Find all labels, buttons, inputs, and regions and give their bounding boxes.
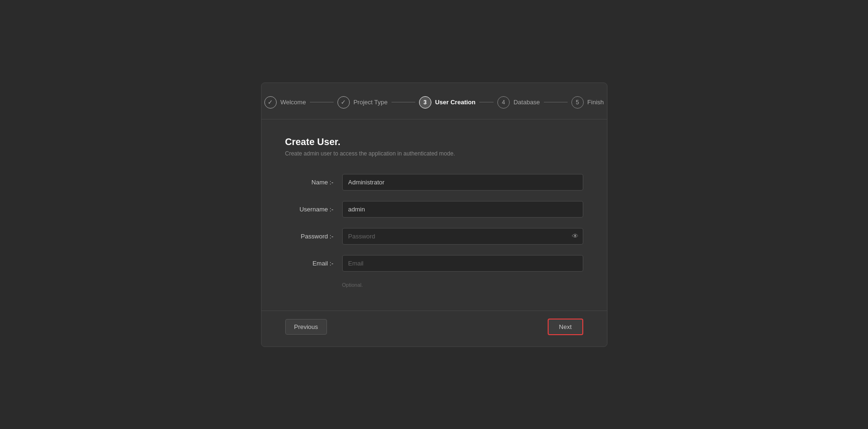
step-label-project-type: Project Type	[354, 99, 388, 106]
step-label-finish: Finish	[588, 99, 604, 106]
password-input[interactable]	[342, 228, 583, 245]
optional-text: Optional.	[342, 282, 583, 288]
password-label: Password :-	[285, 233, 342, 240]
step-label-database: Database	[513, 99, 540, 106]
username-input[interactable]	[342, 201, 583, 218]
step-finish: 5 Finish	[571, 96, 604, 109]
step-welcome: ✓ Welcome	[264, 96, 306, 109]
step-circle-project-type: ✓	[337, 96, 350, 109]
checkmark-icon-2: ✓	[341, 99, 346, 106]
password-toggle-icon[interactable]: 👁	[572, 232, 579, 240]
step-circle-user-creation: 3	[419, 96, 431, 109]
password-row: Password :- 👁	[285, 228, 583, 245]
step-label-user-creation: User Creation	[435, 99, 476, 106]
step-label-welcome: Welcome	[280, 99, 306, 106]
wizard-content: Create User. Create admin user to access…	[261, 119, 607, 301]
step-number-user-creation: 3	[423, 99, 427, 106]
step-line-1	[310, 102, 334, 102]
username-input-wrap	[342, 201, 583, 218]
step-line-4	[544, 102, 568, 102]
email-input-wrap	[342, 255, 583, 272]
section-subtitle: Create admin user to access the applicat…	[285, 150, 583, 157]
step-circle-welcome: ✓	[264, 96, 277, 109]
name-row: Name :-	[285, 174, 583, 191]
username-row: Username :-	[285, 201, 583, 218]
step-line-3	[479, 102, 494, 102]
stepper: ✓ Welcome ✓ Project Type 3 User Creation…	[261, 83, 607, 119]
section-title: Create User.	[285, 137, 583, 147]
name-label: Name :-	[285, 179, 342, 186]
step-number-finish: 5	[576, 99, 579, 106]
step-line-2	[392, 102, 415, 102]
step-database: 4 Database	[497, 96, 540, 109]
step-circle-finish: 5	[571, 96, 584, 109]
step-project-type: ✓ Project Type	[337, 96, 388, 109]
checkmark-icon: ✓	[268, 99, 273, 106]
next-button[interactable]: Next	[548, 319, 583, 335]
step-user-creation: 3 User Creation	[419, 96, 476, 109]
email-input[interactable]	[342, 255, 583, 272]
password-input-wrap: 👁	[342, 228, 583, 245]
username-label: Username :-	[285, 206, 342, 213]
email-label: Email :-	[285, 260, 342, 267]
step-number-database: 4	[502, 99, 505, 106]
name-input-wrap	[342, 174, 583, 191]
email-row: Email :-	[285, 255, 583, 272]
wizard-container: ✓ Welcome ✓ Project Type 3 User Creation…	[261, 82, 607, 347]
previous-button[interactable]: Previous	[285, 319, 327, 335]
name-input[interactable]	[342, 174, 583, 191]
wizard-footer: Previous Next	[261, 310, 607, 347]
step-circle-database: 4	[497, 96, 510, 109]
